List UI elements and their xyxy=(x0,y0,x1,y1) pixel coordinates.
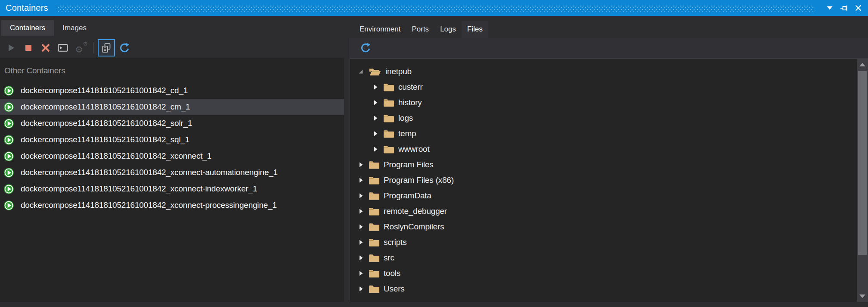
close-button[interactable] xyxy=(852,3,864,14)
remove-button[interactable] xyxy=(40,43,51,53)
folder-name: history xyxy=(398,98,422,107)
tree-expander-icon[interactable] xyxy=(358,162,364,168)
settings-button[interactable]: ⚙ ⚙ xyxy=(75,43,88,53)
expander-collapsed[interactable] xyxy=(358,255,364,261)
scroll-up-button[interactable] xyxy=(857,60,868,69)
tree-item[interactable]: Program Files (x86) xyxy=(350,172,868,188)
start-button[interactable] xyxy=(6,43,16,53)
tree-item[interactable]: wwwroot xyxy=(350,141,868,157)
folder-name: logs xyxy=(398,113,413,123)
folder-icon xyxy=(369,207,380,216)
running-status-icon xyxy=(3,85,14,96)
tab-files[interactable]: Files xyxy=(462,21,488,38)
folder-icon xyxy=(383,113,394,123)
tree-item[interactable]: src xyxy=(350,250,868,266)
tree-item[interactable]: Users xyxy=(350,281,868,297)
folder-name: Program Files (x86) xyxy=(384,175,454,185)
folder-icon-wrap xyxy=(383,144,394,154)
tab-ports[interactable]: Ports xyxy=(406,21,434,38)
container-row[interactable]: dockercompose11418181052161001842_xconne… xyxy=(0,197,344,213)
drag-grip[interactable] xyxy=(57,6,814,12)
container-row[interactable]: dockercompose11418181052161001842_cm_1 xyxy=(0,99,344,115)
tree-item[interactable]: ProgramData xyxy=(350,188,868,204)
expander-collapsed[interactable] xyxy=(358,270,364,276)
tree-item[interactable]: history xyxy=(350,95,868,110)
folder-icon-wrap xyxy=(369,284,380,294)
vertical-scrollbar[interactable] xyxy=(857,59,868,302)
pin-button[interactable] xyxy=(838,3,849,14)
expander-collapsed[interactable] xyxy=(358,177,364,183)
panel-splitter[interactable] xyxy=(344,16,350,302)
tree-item[interactable]: scripts xyxy=(350,235,868,250)
expander-collapsed[interactable] xyxy=(358,286,364,292)
container-row[interactable]: dockercompose11418181052161001842_solr_1 xyxy=(0,115,344,132)
container-row[interactable]: dockercompose11418181052161001842_xconne… xyxy=(0,148,344,164)
tab-images[interactable]: Images xyxy=(54,20,95,36)
expander-collapsed[interactable] xyxy=(358,162,364,168)
tree-expander-icon[interactable] xyxy=(358,193,364,199)
container-list: dockercompose11418181052161001842_cd_1 d… xyxy=(0,82,344,213)
container-row[interactable]: dockercompose11418181052161001842_cd_1 xyxy=(0,82,344,99)
tab-logs[interactable]: Logs xyxy=(434,21,462,38)
stop-button[interactable] xyxy=(23,43,34,53)
tree-item[interactable]: temp xyxy=(350,126,868,141)
folder-name: ProgramData xyxy=(384,191,431,200)
folder-icon xyxy=(369,160,380,169)
tree-expander-icon[interactable] xyxy=(358,177,364,183)
files-toolbar xyxy=(350,38,868,58)
container-row[interactable]: dockercompose11418181052161001842_xconne… xyxy=(0,181,344,197)
expander-collapsed[interactable] xyxy=(372,115,378,121)
expander-collapsed[interactable] xyxy=(358,208,364,214)
gear-icon: ⚙ xyxy=(75,45,83,54)
expander-collapsed[interactable] xyxy=(372,131,378,137)
arrow-down-icon xyxy=(859,294,865,298)
tree-item[interactable]: logs xyxy=(350,110,868,126)
show-all-files-button[interactable] xyxy=(98,39,115,56)
expander-collapsed[interactable] xyxy=(358,193,364,199)
tree-expander-icon[interactable] xyxy=(372,115,378,121)
tree-expander-icon[interactable] xyxy=(358,239,364,245)
tree-item[interactable]: Program Files xyxy=(350,157,868,172)
expander-collapsed[interactable] xyxy=(372,100,378,106)
folder-icon-wrap xyxy=(369,238,380,247)
tree-expander-icon[interactable] xyxy=(358,286,364,292)
tab-environment[interactable]: Environment xyxy=(354,21,406,38)
right-tabstrip: Environment Ports Logs Files xyxy=(350,16,868,38)
expander-expanded[interactable] xyxy=(358,69,364,75)
tree-expander-icon[interactable] xyxy=(372,84,378,90)
tree-item[interactable]: RoslynCompilers xyxy=(350,219,868,235)
expander-collapsed[interactable] xyxy=(372,84,378,90)
container-row[interactable]: dockercompose11418181052161001842_xconne… xyxy=(0,164,344,181)
tree-item[interactable]: tools xyxy=(350,266,868,281)
refresh-files-button[interactable] xyxy=(360,43,371,53)
tree-expander-icon[interactable] xyxy=(358,69,364,75)
expander-collapsed[interactable] xyxy=(358,224,364,230)
refresh-button[interactable] xyxy=(119,43,130,53)
expander-collapsed[interactable] xyxy=(372,146,378,152)
tab-containers[interactable]: Containers xyxy=(1,20,54,36)
tree-item[interactable]: inetpub xyxy=(350,64,868,79)
open-terminal-button[interactable] xyxy=(58,43,68,53)
tree-expander-icon[interactable] xyxy=(372,146,378,152)
window-position-button[interactable] xyxy=(824,3,835,14)
tree-expander-icon[interactable] xyxy=(358,224,364,230)
folder-open-icon-wrap xyxy=(369,67,381,76)
scrollbar-thumb[interactable] xyxy=(858,71,867,255)
tree-expander-icon[interactable] xyxy=(372,131,378,137)
running-status-icon xyxy=(3,167,14,178)
folder-name: tools xyxy=(384,269,400,278)
tree-expander-icon[interactable] xyxy=(372,100,378,106)
tree-expander-icon[interactable] xyxy=(358,255,364,261)
expander-collapsed[interactable] xyxy=(358,239,364,245)
folder-icon xyxy=(369,238,380,247)
terminal-icon xyxy=(58,44,68,52)
tree-item[interactable]: remote_debugger xyxy=(350,204,868,219)
scroll-down-button[interactable] xyxy=(857,291,868,301)
folder-icon-wrap xyxy=(369,207,380,216)
tree-expander-icon[interactable] xyxy=(358,270,364,276)
folder-icon xyxy=(369,253,380,263)
tree-item[interactable]: custerr xyxy=(350,79,868,95)
container-row[interactable]: dockercompose11418181052161001842_sql_1 xyxy=(0,132,344,148)
tree-expander-icon[interactable] xyxy=(358,208,364,214)
delete-x-icon xyxy=(41,43,50,53)
